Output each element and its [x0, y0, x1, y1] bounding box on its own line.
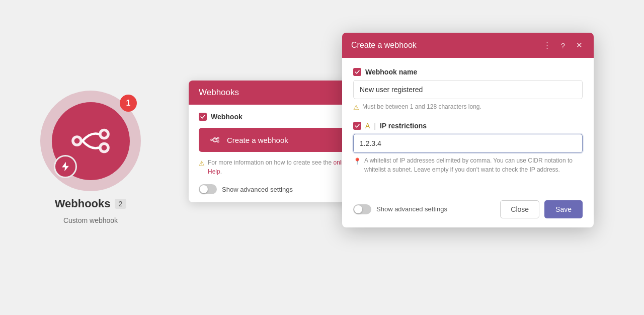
svg-point-5 [102, 145, 107, 150]
modal-header-icons: ⋮ ? ✕ [541, 40, 585, 51]
icon-subtitle: Custom webhook [63, 216, 118, 224]
modal-menu-icon[interactable]: ⋮ [541, 40, 552, 51]
svg-point-1 [74, 138, 80, 144]
warning-icon: ⚠ [353, 103, 359, 113]
advanced-toggle[interactable] [199, 184, 217, 194]
webhook-svg-icon [68, 118, 113, 164]
create-webhook-button[interactable]: Create a webhook [199, 128, 350, 152]
webhook-checkbox[interactable] [199, 113, 207, 121]
footer-left: Show advanced settings [353, 204, 447, 214]
help-warn-icon: ⚠ [199, 159, 205, 169]
footer-right: Close Save [500, 200, 583, 218]
modal-help-icon[interactable]: ? [557, 40, 569, 51]
icon-circle-outer: 1 [40, 91, 141, 191]
lightning-badge [54, 155, 77, 178]
ip-restrictions-field: A | IP restrictions 📍 A whitelist of IP … [353, 122, 583, 174]
webhook-name-field: Webhook name ⚠ Must be between 1 and 128… [353, 68, 583, 113]
ip-restrictions-label: IP restrictions [380, 122, 427, 130]
count-badge: 2 [115, 199, 127, 209]
webhooks-panel-body: Webhook Create a webhook [189, 105, 360, 202]
webhook-name-label-row: Webhook name [353, 68, 583, 76]
close-button[interactable]: Close [500, 200, 539, 218]
notification-badge: 1 [120, 95, 137, 112]
modal-close-icon[interactable]: ✕ [574, 40, 585, 51]
ip-label-row: A | IP restrictions [353, 122, 583, 130]
webhook-name-hint: ⚠ Must be between 1 and 128 characters l… [353, 102, 583, 113]
modal-header: Create a webhook ⋮ ? ✕ [342, 33, 594, 58]
modal-advanced-toggle[interactable] [353, 204, 371, 214]
modal-toggle-knob [354, 205, 362, 213]
webhook-name-label: Webhook name [365, 68, 417, 76]
advanced-toggle-label: Show advanced settings [222, 186, 293, 193]
ip-restrictions-hint: 📍 A whitelist of IP addresses delimited … [353, 156, 583, 174]
svg-point-3 [102, 131, 107, 137]
modal-footer: Show advanced settings Close Save [342, 193, 594, 227]
icon-circle-inner [52, 102, 130, 180]
location-icon: 📍 [353, 156, 361, 167]
modal-advanced-label: Show advanced settings [376, 205, 447, 213]
toggle-knob [200, 185, 208, 193]
ip-label-separator: | [374, 122, 376, 130]
webhook-checkbox-label: Webhook [211, 113, 243, 121]
lightning-icon [60, 161, 71, 172]
ip-warn-icon: A [365, 122, 370, 130]
webhook-name-checkbox[interactable] [353, 68, 361, 76]
webhook-name-input[interactable] [353, 80, 583, 99]
webhook-icon-area: 1 Webhooks 2 Custom webhook [40, 91, 141, 224]
webhooks-panel: Webhooks Webhook [189, 81, 360, 202]
save-button[interactable]: Save [544, 200, 583, 218]
panel-advanced-settings: Show advanced settings [199, 184, 350, 194]
webhook-checkbox-row: Webhook [199, 113, 350, 121]
panel-help-text: ⚠ For more information on how to create … [199, 158, 350, 176]
create-webhook-icon [208, 133, 222, 147]
create-webhook-modal: Create a webhook ⋮ ? ✕ Webhook name ⚠ Mu… [342, 33, 594, 227]
webhooks-panel-header: Webhooks [189, 81, 360, 105]
ip-restrictions-checkbox[interactable] [353, 122, 361, 130]
modal-body: Webhook name ⚠ Must be between 1 and 128… [342, 58, 594, 193]
ip-restrictions-input[interactable] [353, 134, 583, 153]
refresh-icon [211, 136, 218, 143]
icon-title: Webhooks 2 [55, 197, 127, 210]
modal-title: Create a webhook [351, 41, 417, 50]
